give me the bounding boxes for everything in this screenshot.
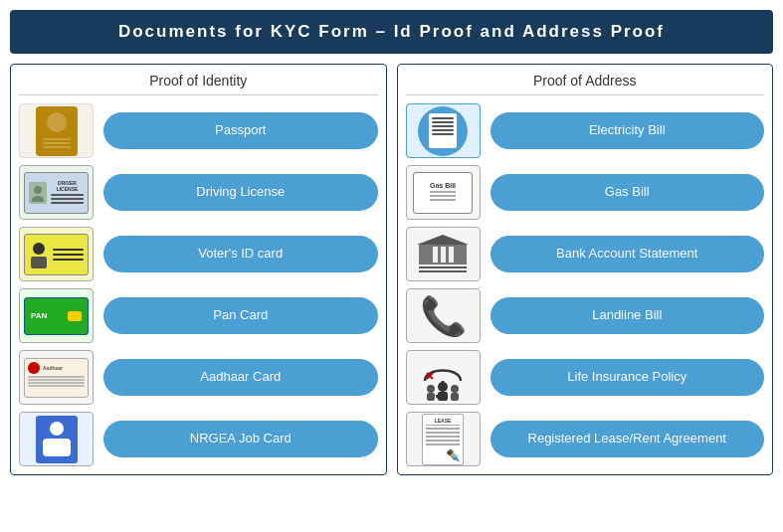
aadhaar-card-icon: Aadhaar (19, 350, 94, 405)
main-title: Documents for KYC Form – Id Proof and Ad… (10, 10, 773, 54)
pan-card-button[interactable]: Pan Card (103, 297, 378, 334)
svg-point-9 (438, 382, 448, 392)
gas-bill-button[interactable]: Gas Bill (490, 174, 765, 211)
svg-point-4 (50, 422, 64, 436)
registered-lease-icon: LEASE ✒️ (406, 412, 481, 466)
list-item: Gas Bill Gas Bill (406, 165, 765, 220)
job-card-icon (19, 412, 94, 466)
identity-list: Passport DRIVERLICENSE (19, 103, 378, 466)
driving-license-button[interactable]: Driving License (103, 174, 378, 211)
voter-id-button[interactable]: Voter's ID card (103, 236, 378, 272)
identity-heading: Proof of Identity (19, 73, 378, 95)
nrgea-job-card-button[interactable]: NRGEA Job Card (103, 421, 378, 457)
pan-card-icon: PAN (19, 288, 94, 343)
phone-icon: 📞 (420, 294, 467, 338)
svg-point-11 (451, 385, 459, 393)
svg-rect-3 (31, 257, 47, 268)
list-item: Life Insurance Policy (406, 350, 765, 405)
electricity-bill-button[interactable]: Electricity Bill (490, 112, 765, 149)
list-item: 📞 Landline Bill (406, 288, 765, 343)
electricity-bill-icon (406, 103, 481, 158)
passport-button[interactable]: Passport (103, 112, 378, 149)
address-heading: Proof of Address (406, 73, 765, 95)
list-item: DRIVERLICENSE Driving License (19, 165, 378, 220)
list-item: Bank Account Statement (406, 227, 765, 281)
list-item: Electricity Bill (406, 103, 765, 158)
address-list: Electricity Bill Gas Bill Gas Bill (406, 103, 765, 466)
life-insurance-icon (406, 350, 481, 405)
driving-license-icon: DRIVERLICENSE (19, 165, 94, 220)
list-item: Voter's ID card (19, 227, 378, 281)
list-item: PAN Pan Card (19, 288, 378, 343)
landline-bill-icon: 📞 (406, 288, 481, 343)
svg-rect-10 (438, 392, 448, 401)
gas-bill-icon: Gas Bill (406, 165, 481, 220)
svg-point-2 (33, 243, 45, 255)
svg-point-7 (427, 385, 435, 393)
life-insurance-button[interactable]: Life Insurance Policy (490, 359, 765, 396)
passport-icon (19, 103, 94, 158)
svg-point-0 (34, 186, 42, 194)
landline-bill-button[interactable]: Landline Bill (490, 297, 765, 334)
list-item: Passport (19, 103, 378, 158)
voter-id-icon (19, 227, 94, 281)
registered-lease-button[interactable]: Registered Lease/Rent Agreement (490, 421, 765, 457)
svg-rect-5 (43, 439, 71, 456)
svg-rect-12 (451, 393, 459, 401)
identity-column: Proof of Identity Passport (10, 64, 387, 475)
list-item: NRGEA Job Card (19, 412, 378, 466)
svg-rect-8 (427, 393, 435, 401)
aadhaar-button[interactable]: Aadhaar Card (103, 359, 378, 396)
bank-account-button[interactable]: Bank Account Statement (490, 236, 765, 272)
list-item: LEASE ✒️ Registered Lease/Rent Agreement (406, 412, 765, 466)
address-column: Proof of Address Electricity Bi (397, 64, 774, 475)
bank-account-icon (406, 227, 481, 281)
svg-point-1 (32, 196, 44, 202)
list-item: Aadhaar Aadhaar Card (19, 350, 378, 405)
